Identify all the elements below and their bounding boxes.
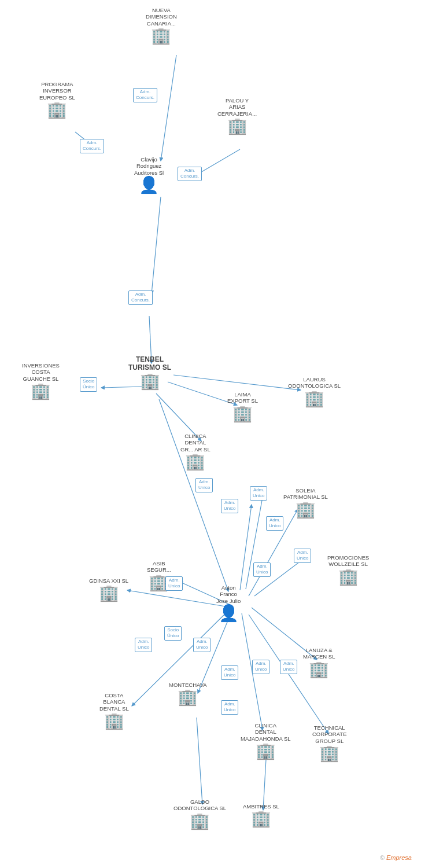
badge-adm-unico-6[interactable]: Adm.Unico	[253, 562, 271, 577]
technical-corporate-node: TECHNICALCORPORATEGROUP SL 🏢	[312, 724, 346, 762]
svg-line-0	[161, 55, 176, 161]
galdo-node: GALDOODONTOLOGICA SL 🏢	[173, 799, 226, 829]
ambitres-node: AMBITRES SL 🏢	[243, 803, 279, 827]
clavijo-icon: 👤	[139, 177, 159, 193]
laima-export-node: LAIMAEXPORT SL 🏢	[227, 391, 258, 422]
soleia-label: SOLEIAPATRIMONIAL SL	[283, 487, 328, 501]
laurus-icon: 🏢	[304, 391, 324, 407]
gdinsa-node: GDINSA XXI SL 🏢	[89, 578, 128, 601]
tenbel-icon: 🏢	[140, 373, 160, 389]
galdo-icon: 🏢	[190, 813, 210, 829]
promociones-label: PROMOCIONESWOLLZEILE SL	[327, 554, 369, 568]
svg-line-21	[197, 718, 202, 804]
clavijo-label: ClavijoRodriguezAuditores Sl	[134, 156, 164, 176]
ambitres-icon: 🏢	[251, 811, 271, 827]
badge-adm-unico-9[interactable]: Adm.Unico	[135, 638, 152, 652]
badge-adm-unico-10[interactable]: Adm.Unico	[221, 665, 238, 680]
badge-adm-unico-3[interactable]: Adm.Unico	[250, 486, 267, 501]
badge-adm-concurs-4[interactable]: Adm.Concurs.	[128, 290, 153, 305]
badge-adm-unico-4[interactable]: Adm.Unico	[266, 516, 283, 531]
costa-blanca-label: COSTABLANCADENTAL SL	[99, 692, 129, 712]
palou-arias-label: PALOU YARIASCERRAJERIA...	[217, 97, 257, 117]
programa-inversor-node: PROGRAMAINVERSOREUROPEO SL 🏢	[39, 81, 75, 118]
inversiones-costa-icon: 🏢	[31, 383, 51, 399]
org-chart: NUEVADIMENSIONCANARIA... 🏢 PROGRAMAINVER…	[0, 0, 421, 868]
anton-franco-label: AntonFrancoJose Julio	[216, 584, 241, 604]
badge-adm-concurs-2[interactable]: Adm.Concurs.	[133, 88, 157, 102]
clinica-dental-gr-label: CLINICADENTALGR... AR SL	[180, 433, 211, 453]
badge-adm-unico-5[interactable]: Adm.Unico	[294, 549, 311, 563]
svg-line-3	[152, 197, 161, 294]
badge-adm-unico-8[interactable]: Adm.Unico	[193, 638, 211, 652]
clavijo-node: ClavijoRodriguezAuditores Sl 👤	[134, 156, 164, 193]
ambitres-label: AMBITRES SL	[243, 803, 279, 810]
badge-adm-unico-13[interactable]: Adm.Unico	[280, 660, 297, 674]
costa-blanca-icon: 🏢	[104, 713, 124, 729]
badge-adm-unico-11[interactable]: Adm.Unico	[221, 700, 238, 715]
palou-arias-icon: 🏢	[227, 118, 248, 134]
clinica-dental-gr-icon: 🏢	[185, 454, 205, 470]
laurus-label: LAURUSODONTOLOGICA SL	[288, 376, 341, 389]
tenbel-node: TENBELTURISMO SL 🏢	[128, 355, 171, 389]
promociones-node: PROMOCIONESWOLLZEILE SL 🏢	[327, 554, 369, 585]
badge-adm-concurs-3[interactable]: Adm.Concurs.	[178, 167, 202, 181]
anton-franco-icon: 👤	[219, 605, 239, 621]
clinica-majadahonda-node: CLINICADENTALMAJADAHONDA SL 🏢	[241, 722, 291, 759]
laima-export-icon: 🏢	[232, 406, 253, 422]
programa-inversor-label: PROGRAMAINVERSOREUROPEO SL	[39, 81, 75, 101]
badge-adm-concurs-1[interactable]: Adm.Concurs.	[80, 139, 104, 153]
promociones-icon: 🏢	[338, 569, 359, 585]
nueva-dimension-node: NUEVADIMENSIONCANARIA... 🏢	[146, 7, 177, 44]
nueva-dimension-label: NUEVADIMENSIONCANARIA...	[146, 7, 177, 27]
badge-adm-unico-1[interactable]: Adm.Unico	[195, 478, 213, 492]
montechava-label: MONTECHAVA	[169, 682, 207, 688]
svg-line-8	[173, 375, 301, 390]
technical-corporate-icon: 🏢	[319, 745, 339, 762]
montechava-node: MONTECHAVA 🏢	[169, 682, 207, 705]
anton-franco-node: AntonFrancoJose Julio 👤	[216, 584, 241, 621]
svg-line-18	[198, 612, 231, 693]
costa-blanca-node: COSTABLANCADENTAL SL 🏢	[99, 692, 129, 729]
badge-socio-unico-2[interactable]: SocioÚnico	[164, 626, 182, 641]
watermark-brand: Empresa	[386, 854, 412, 861]
badge-socio-unico-1[interactable]: SocioÚnico	[80, 377, 97, 392]
palou-arias-node: PALOU YARIASCERRAJERIA... 🏢	[217, 97, 257, 134]
laurus-node: LAURUSODONTOLOGICA SL 🏢	[288, 376, 341, 407]
tenbel-label: TENBELTURISMO SL	[128, 355, 171, 372]
badge-adm-unico-12[interactable]: Adm.Unico	[252, 660, 269, 674]
svg-line-22	[263, 759, 266, 810]
connections-svg	[0, 0, 421, 868]
soleia-node: SOLEIAPATRIMONIAL SL 🏢	[283, 487, 328, 518]
nueva-dimension-icon: 🏢	[151, 28, 171, 44]
galdo-label: GALDOODONTOLOGICA SL	[173, 799, 226, 812]
svg-line-7	[168, 382, 237, 405]
lanuza-marcen-label: LANUZA &MARCEN SL	[303, 647, 335, 660]
laima-export-label: LAIMAEXPORT SL	[227, 391, 258, 404]
badge-adm-unico-7[interactable]: Adm.Unico	[165, 576, 183, 591]
badge-adm-unico-2[interactable]: Adm.Unico	[221, 499, 238, 513]
clinica-dental-gr-node: CLINICADENTALGR... AR SL 🏢	[180, 433, 211, 470]
lanuza-marcen-icon: 🏢	[309, 661, 329, 678]
clinica-majadahonda-label: CLINICADENTALMAJADAHONDA SL	[241, 722, 291, 742]
inversiones-costa-node: INVERSIONESCOSTAGUANCHE SL 🏢	[22, 362, 60, 399]
svg-line-15	[127, 590, 226, 606]
lanuza-marcen-node: LANUZA &MARCEN SL 🏢	[303, 647, 335, 678]
clinica-majadahonda-icon: 🏢	[256, 743, 276, 759]
watermark: © Empresa	[380, 854, 412, 861]
soleia-icon: 🏢	[296, 502, 316, 518]
gdinsa-label: GDINSA XXI SL	[89, 578, 128, 584]
technical-corporate-label: TECHNICALCORPORATEGROUP SL	[312, 724, 346, 744]
inversiones-costa-label: INVERSIONESCOSTAGUANCHE SL	[22, 362, 60, 382]
montechava-icon: 🏢	[178, 689, 198, 705]
gdinsa-icon: 🏢	[99, 585, 119, 601]
svg-line-11	[240, 505, 252, 590]
programa-inversor-icon: 🏢	[47, 102, 67, 118]
svg-line-2	[197, 149, 240, 175]
asib-label: ASIBSEGUR...	[147, 560, 171, 573]
